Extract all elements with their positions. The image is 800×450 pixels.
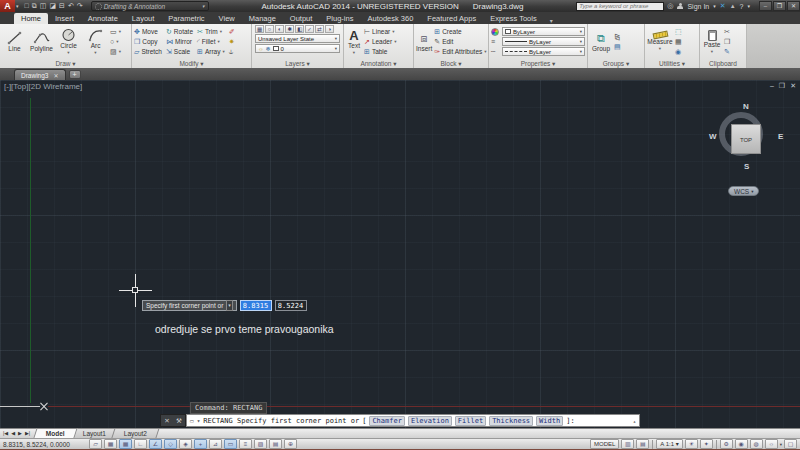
ribbon-minimize-icon[interactable]: ▾ xyxy=(550,17,553,24)
paste-button[interactable]: Paste ▾ xyxy=(702,30,722,54)
fillet-button[interactable]: ◜Fillet▾ xyxy=(197,37,225,46)
layer-state-dropdown[interactable]: Unsaved Layer State▾ xyxy=(255,34,340,43)
clean-screen-icon[interactable]: ▢ xyxy=(784,439,797,449)
stretch-button[interactable]: ▱Stretch xyxy=(134,47,162,56)
transparency-toggle[interactable]: ▨ xyxy=(254,439,267,449)
annotation-scale-button[interactable]: A 1:1 ▾ xyxy=(656,439,682,449)
save-as-icon[interactable]: ◪ xyxy=(49,1,56,11)
tab-output[interactable]: Output xyxy=(283,13,320,24)
viewcube-east[interactable]: E xyxy=(778,132,783,141)
option-fillet[interactable]: Fillet xyxy=(455,416,486,426)
linetype-button[interactable]: ┄ xyxy=(491,47,499,56)
make-current-icon[interactable]: ✓ xyxy=(305,25,314,33)
panel-label-modify[interactable]: Modify ▾ xyxy=(132,59,251,68)
scale-button[interactable]: ⇲Scale xyxy=(166,47,193,56)
layer-isolate-icon[interactable]: ◐ xyxy=(275,25,284,33)
viewcube[interactable]: N S W E TOP WCS▾ xyxy=(712,102,784,204)
drawing-canvas[interactable]: [-][Top][2D Wireframe] – ❐ ✕ N S W E TOP… xyxy=(0,80,800,428)
annotation-visibility-icon[interactable]: ☀ xyxy=(685,439,698,449)
next-layout-icon[interactable]: ▶ xyxy=(17,429,23,438)
minimize-button[interactable]: – xyxy=(759,1,772,11)
tab-home[interactable]: Home xyxy=(14,13,48,24)
option-thickness[interactable]: Thickness xyxy=(489,416,533,426)
edit-block-button[interactable]: ✎Edit xyxy=(434,37,486,46)
dynamic-input-x-field[interactable] xyxy=(240,300,272,311)
text-button[interactable]: A Text ▾ xyxy=(346,29,362,55)
edit-attributes-button[interactable]: ✑Edit Attributes▾ xyxy=(434,47,486,56)
command-line-grip[interactable]: ✕ ⚒ xyxy=(160,414,186,427)
drawing-close-icon[interactable]: ✕ xyxy=(790,82,796,90)
hatch-button[interactable]: ▨▾ xyxy=(110,47,121,56)
drawing-restore-icon[interactable]: ❐ xyxy=(779,82,785,90)
rotate-button[interactable]: ↻Rotate xyxy=(166,27,193,36)
group-edit-button[interactable]: ▤ xyxy=(614,42,621,51)
match-layer-icon[interactable]: ⇄ xyxy=(315,25,324,33)
app-menu-arrow-icon[interactable]: ▾ xyxy=(16,3,19,9)
command-tools-icon[interactable]: ⚒ xyxy=(176,417,182,425)
toolbar-lock-icon[interactable]: ◉ xyxy=(735,439,748,449)
tab-featured-apps[interactable]: Featured Apps xyxy=(420,13,483,24)
recent-commands-icon[interactable]: ▭ xyxy=(190,417,194,424)
tab-plugins[interactable]: Plug-ins xyxy=(319,13,360,24)
panel-label-properties[interactable]: Properties ▾ xyxy=(489,59,587,68)
id-point-button[interactable]: ◉ xyxy=(675,47,682,56)
polyline-button[interactable]: Polyline xyxy=(29,31,54,52)
quick-properties-toggle[interactable]: ▤ xyxy=(269,439,282,449)
plot-icon[interactable]: ⊟ xyxy=(59,1,65,11)
wcs-button[interactable]: WCS▾ xyxy=(728,186,759,196)
dynamic-input-y-field[interactable] xyxy=(275,300,307,311)
option-elevation[interactable]: Elevation xyxy=(408,416,452,426)
tab-layout[interactable]: Layout xyxy=(125,13,162,24)
grid-display-toggle[interactable]: ▦ xyxy=(119,439,132,449)
layer-unisolate-icon[interactable]: ◑ xyxy=(325,25,334,33)
cut-button[interactable]: ✂ xyxy=(724,27,730,36)
polar-tracking-toggle[interactable]: ∠ xyxy=(149,439,162,449)
tab-express-tools[interactable]: Express Tools xyxy=(483,13,544,24)
sign-in-caret-icon[interactable]: ▾ xyxy=(713,3,716,9)
new-icon[interactable]: □ xyxy=(25,1,29,11)
explode-button[interactable]: ✷ xyxy=(229,37,235,46)
app-menu-icon[interactable]: A xyxy=(0,0,15,12)
offset-button[interactable]: ⫝ xyxy=(229,47,235,56)
restore-button[interactable]: ❐ xyxy=(773,1,786,11)
viewcube-west[interactable]: W xyxy=(709,132,717,141)
linetype-dropdown[interactable]: ByLayer▾ xyxy=(502,47,585,56)
panel-label-draw[interactable]: Draw ▾ xyxy=(0,59,131,68)
help-caret-icon[interactable]: ▾ xyxy=(747,3,750,9)
infer-constraints-toggle[interactable]: ▱ xyxy=(89,439,102,449)
command-close-icon[interactable]: ✕ xyxy=(164,417,169,425)
command-input[interactable]: ▭ ▾ RECTANG Specify first corner point o… xyxy=(186,414,640,427)
quick-view-drawings-icon[interactable]: ▤ xyxy=(636,439,649,449)
dynamic-input-toggle[interactable]: ▭ xyxy=(224,439,237,449)
isolate-objects-icon[interactable]: ☼ xyxy=(765,439,778,449)
layer-dropdown[interactable]: ☼ ❄ 0 ▾ xyxy=(255,44,340,53)
help-button[interactable]: ? xyxy=(740,3,744,10)
erase-button[interactable]: ✐ xyxy=(229,27,235,36)
trim-button[interactable]: ✂Trim▾ xyxy=(197,27,225,36)
circle-button[interactable]: Circle ▾ xyxy=(56,28,81,55)
sign-in-button[interactable]: Sign In xyxy=(687,3,709,10)
tab-view[interactable]: View xyxy=(212,13,242,24)
viewcube-south[interactable]: S xyxy=(744,162,749,171)
option-chamfer[interactable]: Chamfer xyxy=(369,416,405,426)
search-input[interactable] xyxy=(576,2,664,11)
layer-off-icon[interactable]: ○ xyxy=(265,25,274,33)
new-drawing-tab-button[interactable]: + xyxy=(69,70,81,79)
dynamic-ucs-toggle[interactable]: ⊿ xyxy=(209,439,222,449)
table-button[interactable]: ⊞Table xyxy=(364,47,396,56)
tab-manage[interactable]: Manage xyxy=(242,13,283,24)
ortho-mode-toggle[interactable]: ∟ xyxy=(134,439,147,449)
status-menu-caret-icon[interactable]: ▾ xyxy=(780,442,782,447)
rectangle-button[interactable]: ▭▾ xyxy=(110,27,121,36)
mirror-button[interactable]: ⋈Mirror xyxy=(166,37,193,46)
tab-model[interactable]: Model xyxy=(33,428,77,438)
undo-icon[interactable]: ↶ xyxy=(68,1,74,11)
panel-label-layers[interactable]: Layers ▾ xyxy=(252,59,343,68)
option-width[interactable]: Width xyxy=(536,416,563,426)
open-icon[interactable]: ⧉ xyxy=(32,1,37,11)
panel-label-groups[interactable]: Groups ▾ xyxy=(588,59,644,68)
panel-label-annotation[interactable]: Annotation ▾ xyxy=(344,59,413,68)
tab-annotate[interactable]: Annotate xyxy=(81,13,125,24)
measure-button[interactable]: Measure ▾ xyxy=(647,32,673,51)
match-properties-button[interactable]: ✎ xyxy=(724,47,730,56)
